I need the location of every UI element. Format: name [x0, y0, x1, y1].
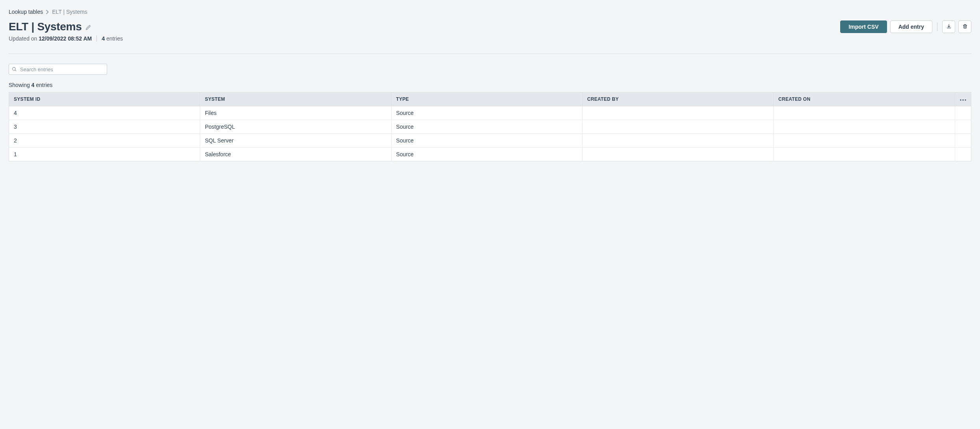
cell-system: PostgreSQL	[200, 120, 391, 134]
cell-type: Source	[391, 106, 582, 120]
trash-icon	[962, 24, 968, 30]
table-header-row: SYSTEM ID SYSTEM TYPE CREATED BY CREATED…	[9, 92, 971, 106]
col-header-system-id[interactable]: SYSTEM ID	[9, 92, 200, 106]
cell-type: Source	[391, 120, 582, 134]
svg-point-2	[962, 99, 963, 100]
search-icon	[12, 67, 17, 72]
svg-point-1	[960, 99, 961, 100]
cell-system-id: 1	[9, 148, 200, 161]
entry-count-value: 4	[102, 35, 105, 42]
col-header-type[interactable]: TYPE	[391, 92, 582, 106]
import-csv-button[interactable]: Import CSV	[840, 20, 887, 33]
meta-divider	[97, 35, 97, 42]
cell-created-by	[582, 120, 773, 134]
chevron-right-icon	[46, 10, 49, 14]
cell-system-id: 4	[9, 106, 200, 120]
horizontal-rule	[9, 54, 971, 54]
svg-point-3	[965, 99, 966, 100]
showing-count: Showing 4 entries	[9, 82, 971, 88]
col-header-actions	[955, 92, 971, 106]
col-header-created-by[interactable]: CREATED BY	[582, 92, 773, 106]
search-wrap	[9, 64, 107, 75]
cell-system: SQL Server	[200, 134, 391, 148]
cell-created-on	[773, 134, 955, 148]
cell-created-on	[773, 106, 955, 120]
breadcrumb-current: ELT | Systems	[52, 9, 87, 15]
table-row[interactable]: 1SalesforceSource	[9, 148, 971, 161]
updated-on: Updated on 12/09/2022 08:52 AM	[9, 35, 92, 42]
search-input[interactable]	[9, 64, 107, 75]
more-horizontal-icon[interactable]	[960, 99, 966, 101]
breadcrumb: Lookup tables ELT | Systems	[9, 9, 971, 15]
entries-table: SYSTEM ID SYSTEM TYPE CREATED BY CREATED…	[9, 92, 971, 161]
col-header-system[interactable]: SYSTEM	[200, 92, 391, 106]
cell-system: Files	[200, 106, 391, 120]
meta-row: Updated on 12/09/2022 08:52 AM 4 entries	[9, 35, 971, 42]
table-row[interactable]: 4FilesSource	[9, 106, 971, 120]
cell-actions	[955, 106, 971, 120]
updated-prefix: Updated on	[9, 35, 39, 42]
cell-created-on	[773, 120, 955, 134]
cell-type: Source	[391, 134, 582, 148]
cell-system: Salesforce	[200, 148, 391, 161]
showing-suffix: entries	[34, 82, 52, 88]
page-header: ELT | Systems Import CSV Add entry	[9, 20, 971, 33]
cell-created-by	[582, 148, 773, 161]
download-icon	[946, 24, 952, 30]
entry-count-suffix: entries	[105, 35, 123, 42]
table-row[interactable]: 3PostgreSQLSource	[9, 120, 971, 134]
cell-created-by	[582, 106, 773, 120]
delete-button[interactable]	[958, 20, 971, 33]
download-button[interactable]	[942, 20, 955, 33]
cell-actions	[955, 120, 971, 134]
cell-actions	[955, 134, 971, 148]
edit-icon[interactable]	[85, 23, 91, 30]
showing-prefix: Showing	[9, 82, 32, 88]
cell-created-on	[773, 148, 955, 161]
cell-system-id: 3	[9, 120, 200, 134]
cell-actions	[955, 148, 971, 161]
table-row[interactable]: 2SQL ServerSource	[9, 134, 971, 148]
action-divider	[937, 22, 937, 31]
header-actions: Import CSV Add entry	[840, 20, 971, 33]
updated-value: 12/09/2022 08:52 AM	[39, 35, 92, 42]
cell-type: Source	[391, 148, 582, 161]
cell-created-by	[582, 134, 773, 148]
cell-system-id: 2	[9, 134, 200, 148]
add-entry-button[interactable]: Add entry	[890, 20, 932, 33]
entry-count: 4 entries	[102, 35, 123, 42]
page-title: ELT | Systems	[9, 20, 82, 33]
breadcrumb-root-link[interactable]: Lookup tables	[9, 9, 43, 15]
col-header-created-on[interactable]: CREATED ON	[773, 92, 955, 106]
